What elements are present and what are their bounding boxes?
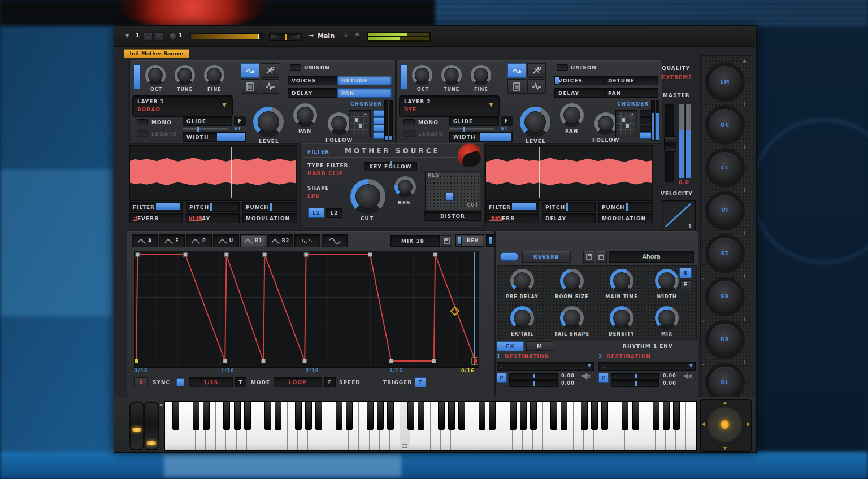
reverb-knob-room-size[interactable] <box>560 269 584 293</box>
infinity-icon[interactable]: ∞ <box>355 31 360 38</box>
black-key[interactable] <box>346 402 353 430</box>
black-key[interactable] <box>479 402 485 430</box>
oct-knob[interactable] <box>145 65 166 85</box>
black-key[interactable] <box>407 402 414 430</box>
black-key[interactable] <box>336 402 342 430</box>
distor-button[interactable]: Distor <box>424 211 481 221</box>
pitch-send-field[interactable]: Pitch <box>542 202 596 212</box>
unison-checkbox[interactable] <box>290 64 301 71</box>
black-key[interactable] <box>223 402 230 430</box>
delay-button[interactable]: Delay <box>288 88 338 98</box>
env-t-button[interactable]: T <box>235 377 246 387</box>
fine-knob[interactable] <box>471 65 491 85</box>
volume-slider[interactable] <box>190 33 263 40</box>
layer-level-slider[interactable] <box>400 64 407 89</box>
pan-slider[interactable] <box>269 33 302 41</box>
env-f-button[interactable]: F <box>324 377 336 387</box>
black-key[interactable] <box>387 402 394 430</box>
pulse-button[interactable] <box>261 79 279 94</box>
seq-list-button[interactable] <box>241 79 259 94</box>
env-tab-steps[interactable] <box>294 234 320 247</box>
env-tab-u[interactable]: U <box>213 234 239 247</box>
width-field[interactable]: Width <box>183 132 246 142</box>
black-key[interactable] <box>653 402 659 430</box>
glide-slider[interactable] <box>183 128 228 130</box>
tab-filter[interactable]: Filter <box>307 149 329 155</box>
mute-button[interactable]: M <box>144 32 153 41</box>
reverb-knob-main-time[interactable] <box>610 269 633 293</box>
macro-knob-rb[interactable]: RB + - <box>709 324 741 355</box>
modulation-send-field[interactable]: Modulation <box>598 213 653 223</box>
black-key[interactable] <box>193 402 199 430</box>
reverb-e-button[interactable]: E <box>680 280 691 289</box>
mute-icon[interactable] <box>683 372 692 380</box>
save-icon-button[interactable] <box>441 235 452 247</box>
destination-dropdown[interactable]: - ▼ <box>497 362 594 371</box>
macro-knob-dl[interactable]: DL + - <box>709 367 741 398</box>
black-key[interactable] <box>244 402 251 430</box>
reverb-knob-density[interactable] <box>610 306 633 330</box>
pan-button[interactable]: Pan <box>337 88 392 98</box>
reverb-knob-mix[interactable] <box>655 306 679 330</box>
env-rate-field[interactable]: 1/16 <box>189 377 233 387</box>
black-key[interactable] <box>203 402 210 430</box>
type-filter-value[interactable]: Hard Clip <box>307 171 343 176</box>
destination-p-button[interactable]: P <box>598 373 609 383</box>
preset-name-tab[interactable]: Init Mother Source <box>124 49 189 58</box>
env-tab-p[interactable]: P <box>186 234 212 247</box>
reverb-delete-button[interactable] <box>596 251 607 263</box>
black-key[interactable] <box>510 402 517 430</box>
punch-send-field[interactable]: Punch <box>598 202 653 212</box>
pulse-button[interactable] <box>527 79 546 94</box>
reverb-r-button[interactable]: R <box>679 268 692 278</box>
mute-icon[interactable] <box>581 372 591 380</box>
black-key[interactable] <box>632 402 639 430</box>
output-label[interactable]: Main <box>318 32 335 40</box>
destination-p-button[interactable]: P <box>497 373 507 383</box>
env-tab-r1[interactable]: R1 <box>240 234 266 247</box>
envelope-graph[interactable] <box>134 251 479 368</box>
master-fader[interactable] <box>665 104 674 182</box>
pan-button[interactable]: Pan <box>604 88 658 98</box>
black-key[interactable] <box>663 402 670 430</box>
layer-selector[interactable]: Layer 1 Borad ▼ <box>132 95 233 117</box>
destination-slider-1[interactable] <box>611 373 659 380</box>
reverb-save-button[interactable] <box>583 251 594 263</box>
width-field[interactable]: Width <box>449 132 513 142</box>
level-knob[interactable] <box>520 107 550 137</box>
follow-knob[interactable] <box>594 112 617 135</box>
reverb-knob-width[interactable] <box>655 269 679 293</box>
trigger-t-button[interactable]: T <box>415 377 426 387</box>
filter-send-field[interactable]: Filter <box>485 202 539 212</box>
layer-level-slider[interactable] <box>133 64 141 89</box>
black-key[interactable] <box>550 402 557 430</box>
env-tab-r2[interactable]: R2 <box>267 234 293 247</box>
follow-knob[interactable] <box>328 112 350 135</box>
m-tab[interactable]: M <box>526 341 553 351</box>
oct-knob[interactable] <box>412 65 432 85</box>
res-knob[interactable] <box>394 176 416 198</box>
destination-slider-2[interactable] <box>509 380 558 387</box>
osc-edit-button[interactable] <box>241 63 259 78</box>
env-tab-f[interactable]: F <box>159 234 185 247</box>
pan-knob[interactable] <box>293 103 317 127</box>
seq-list-button[interactable] <box>507 79 526 94</box>
delay-send-field[interactable]: Delay <box>542 213 596 223</box>
cut-knob[interactable] <box>350 179 385 214</box>
level-knob[interactable] <box>253 107 284 137</box>
black-key[interactable] <box>418 402 424 430</box>
delay-send-field[interactable]: Delay <box>186 213 240 223</box>
collapse-caret-icon[interactable]: ▼ <box>125 33 129 38</box>
voices-button[interactable]: Voices <box>554 76 605 85</box>
legato-checkbox[interactable] <box>403 130 415 137</box>
black-key[interactable] <box>438 402 445 430</box>
pitch-send-field[interactable]: Pitch <box>186 202 240 212</box>
macro-knob-cl[interactable]: CL + - <box>709 152 741 184</box>
black-key[interactable] <box>458 402 465 430</box>
detune-button[interactable]: Detune <box>604 76 658 85</box>
chorder-grid-button[interactable] <box>349 110 371 137</box>
tune-knob[interactable] <box>441 65 462 85</box>
chorder-grid-button[interactable] <box>615 110 637 137</box>
env-mode-field[interactable]: Loop <box>274 377 322 387</box>
black-key[interactable] <box>520 402 527 430</box>
